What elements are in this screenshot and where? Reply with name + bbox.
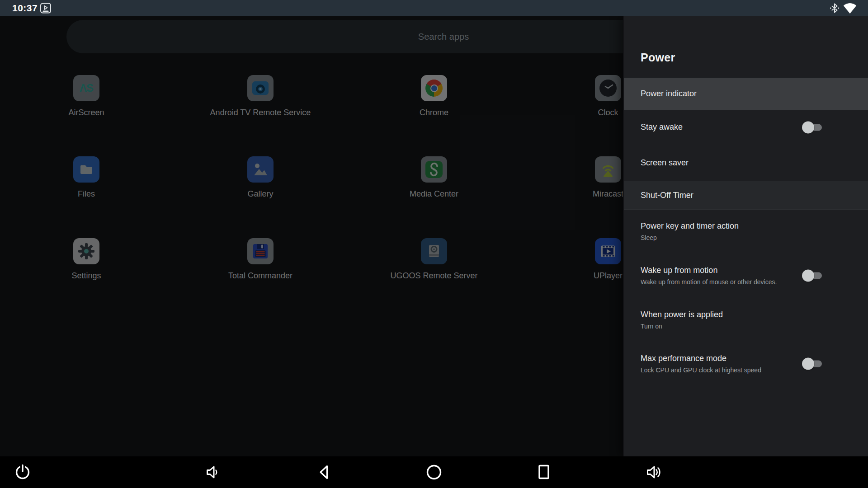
row-when-power-applied[interactable]: When power is applied Turn on: [624, 298, 868, 341]
row-stay-awake[interactable]: Stay awake: [624, 110, 868, 145]
power-settings-panel: Power Power indicator Stay awake Screen …: [623, 16, 868, 456]
max-performance-toggle[interactable]: [802, 358, 822, 370]
row-max-performance[interactable]: Max performance mode Lock CPU and GPU cl…: [624, 341, 868, 386]
volume-down-icon[interactable]: [204, 463, 222, 481]
volume-up-icon[interactable]: [645, 463, 663, 481]
row-screen-saver[interactable]: Screen saver: [624, 145, 868, 181]
back-icon[interactable]: [316, 463, 334, 481]
row-power-indicator[interactable]: Power indicator: [624, 78, 868, 110]
home-icon[interactable]: [425, 463, 443, 481]
recents-icon[interactable]: [535, 463, 553, 481]
row-wake-from-motion[interactable]: Wake up from motion Wake up from motion …: [624, 253, 868, 298]
bluetooth-icon: [829, 3, 840, 14]
row-power-key-action[interactable]: Power key and timer action Sleep: [624, 210, 868, 253]
status-time: 10:37: [12, 3, 38, 14]
panel-title: Power: [641, 51, 675, 64]
status-bar: 10:37: [0, 0, 868, 16]
panel-header: Power: [624, 16, 868, 78]
wake-from-motion-toggle[interactable]: [802, 270, 822, 282]
wifi-icon: [843, 2, 857, 14]
navigation-bar: [0, 456, 868, 488]
stay-awake-toggle[interactable]: [802, 121, 822, 133]
power-button-icon[interactable]: [14, 463, 32, 481]
media-output-icon: [40, 2, 52, 14]
row-shut-off-timer[interactable]: Shut-Off Timer: [624, 181, 868, 210]
